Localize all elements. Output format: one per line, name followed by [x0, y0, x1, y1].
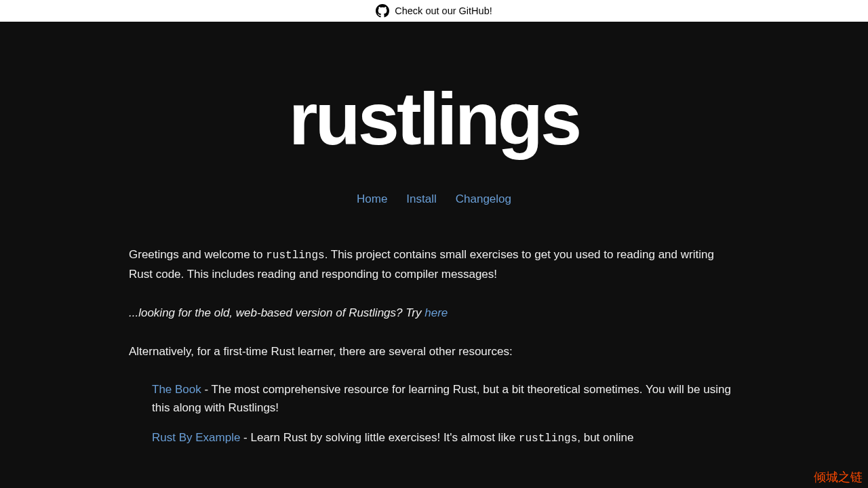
intro-code: rustlings — [266, 249, 324, 262]
nav-changelog[interactable]: Changelog — [456, 192, 511, 206]
watermark: 倾城之链 — [814, 469, 863, 485]
resource-text-before: - Learn Rust by solving little exercises… — [240, 431, 518, 444]
here-link[interactable]: here — [425, 306, 448, 319]
resource-text-after: , but online — [577, 431, 633, 444]
looking-text: ...looking for the old, web-based versio… — [129, 306, 425, 319]
nav-home[interactable]: Home — [357, 192, 387, 206]
resource-list: The Book - The most comprehensive resour… — [129, 381, 739, 447]
rust-by-example-link[interactable]: Rust By Example — [152, 431, 240, 444]
main-nav: Home Install Changelog — [0, 192, 868, 206]
resource-item: Rust By Example - Learn Rust by solving … — [152, 429, 739, 447]
resource-item: The Book - The most comprehensive resour… — [152, 381, 739, 417]
intro-text-before: Greetings and welcome to — [129, 248, 266, 261]
github-icon — [376, 4, 389, 18]
resource-desc: - The most comprehensive resource for le… — [152, 383, 731, 413]
resource-code: rustlings — [519, 432, 577, 445]
hero-logo: rustlings — [0, 81, 868, 156]
github-banner-text: Check out our GitHub! — [395, 5, 492, 16]
intro-paragraph: Greetings and welcome to rustlings. This… — [129, 245, 739, 283]
alt-intro: Alternatively, for a first-time Rust lea… — [129, 342, 739, 361]
nav-install[interactable]: Install — [406, 192, 436, 206]
logo-text: rustlings — [0, 81, 868, 156]
looking-for-paragraph: ...looking for the old, web-based versio… — [129, 304, 739, 322]
the-book-link[interactable]: The Book — [152, 383, 201, 396]
main-content: Greetings and welcome to rustlings. This… — [129, 245, 739, 447]
github-banner[interactable]: Check out our GitHub! — [0, 0, 868, 22]
